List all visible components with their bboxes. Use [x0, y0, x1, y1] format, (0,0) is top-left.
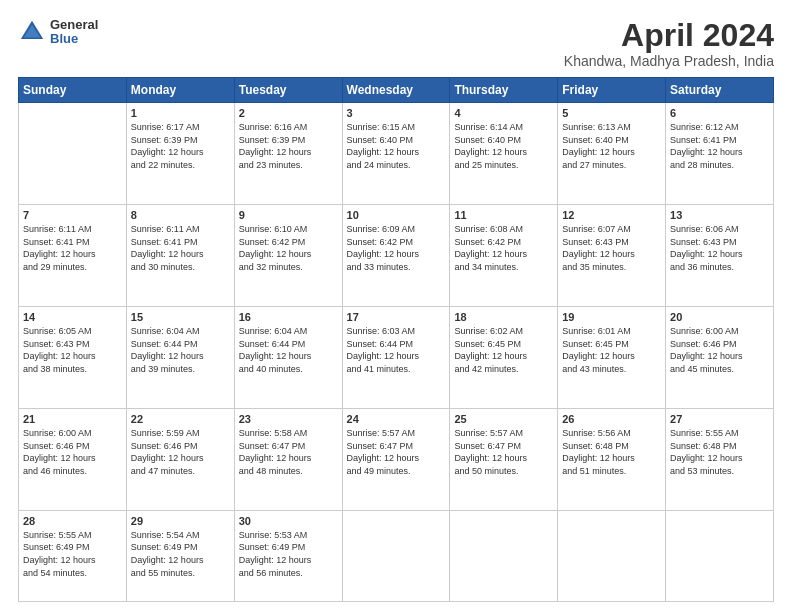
day-info: Sunrise: 5:58 AM Sunset: 6:47 PM Dayligh… — [239, 427, 338, 477]
calendar-week-row: 28Sunrise: 5:55 AM Sunset: 6:49 PM Dayli… — [19, 510, 774, 601]
calendar-cell: 20Sunrise: 6:00 AM Sunset: 6:46 PM Dayli… — [666, 307, 774, 409]
day-number: 20 — [670, 311, 769, 323]
calendar-cell: 9Sunrise: 6:10 AM Sunset: 6:42 PM Daylig… — [234, 205, 342, 307]
calendar-weekday-friday: Friday — [558, 78, 666, 103]
calendar-cell — [19, 103, 127, 205]
calendar-cell: 25Sunrise: 5:57 AM Sunset: 6:47 PM Dayli… — [450, 408, 558, 510]
day-number: 7 — [23, 209, 122, 221]
day-number: 17 — [347, 311, 446, 323]
day-info: Sunrise: 6:00 AM Sunset: 6:46 PM Dayligh… — [23, 427, 122, 477]
day-number: 3 — [347, 107, 446, 119]
calendar-cell: 7Sunrise: 6:11 AM Sunset: 6:41 PM Daylig… — [19, 205, 127, 307]
day-info: Sunrise: 6:12 AM Sunset: 6:41 PM Dayligh… — [670, 121, 769, 171]
day-info: Sunrise: 6:16 AM Sunset: 6:39 PM Dayligh… — [239, 121, 338, 171]
day-info: Sunrise: 5:55 AM Sunset: 6:49 PM Dayligh… — [23, 529, 122, 579]
day-info: Sunrise: 6:17 AM Sunset: 6:39 PM Dayligh… — [131, 121, 230, 171]
day-number: 24 — [347, 413, 446, 425]
header: General Blue April 2024 Khandwa, Madhya … — [18, 18, 774, 69]
day-info: Sunrise: 6:10 AM Sunset: 6:42 PM Dayligh… — [239, 223, 338, 273]
day-number: 16 — [239, 311, 338, 323]
day-number: 21 — [23, 413, 122, 425]
day-number: 23 — [239, 413, 338, 425]
calendar-cell: 4Sunrise: 6:14 AM Sunset: 6:40 PM Daylig… — [450, 103, 558, 205]
logo-text: General Blue — [50, 18, 98, 47]
calendar-weekday-wednesday: Wednesday — [342, 78, 450, 103]
subtitle: Khandwa, Madhya Pradesh, India — [564, 53, 774, 69]
day-number: 27 — [670, 413, 769, 425]
calendar-weekday-tuesday: Tuesday — [234, 78, 342, 103]
logo-general: General — [50, 18, 98, 32]
calendar-cell: 16Sunrise: 6:04 AM Sunset: 6:44 PM Dayli… — [234, 307, 342, 409]
day-info: Sunrise: 5:57 AM Sunset: 6:47 PM Dayligh… — [454, 427, 553, 477]
calendar-cell: 1Sunrise: 6:17 AM Sunset: 6:39 PM Daylig… — [126, 103, 234, 205]
main-title: April 2024 — [564, 18, 774, 53]
calendar-cell: 17Sunrise: 6:03 AM Sunset: 6:44 PM Dayli… — [342, 307, 450, 409]
calendar-cell: 14Sunrise: 6:05 AM Sunset: 6:43 PM Dayli… — [19, 307, 127, 409]
day-info: Sunrise: 6:13 AM Sunset: 6:40 PM Dayligh… — [562, 121, 661, 171]
calendar-cell — [342, 510, 450, 601]
calendar-cell: 26Sunrise: 5:56 AM Sunset: 6:48 PM Dayli… — [558, 408, 666, 510]
calendar-cell — [558, 510, 666, 601]
calendar-cell: 13Sunrise: 6:06 AM Sunset: 6:43 PM Dayli… — [666, 205, 774, 307]
day-number: 25 — [454, 413, 553, 425]
day-number: 29 — [131, 515, 230, 527]
calendar-weekday-thursday: Thursday — [450, 78, 558, 103]
day-number: 13 — [670, 209, 769, 221]
day-info: Sunrise: 6:08 AM Sunset: 6:42 PM Dayligh… — [454, 223, 553, 273]
day-info: Sunrise: 6:05 AM Sunset: 6:43 PM Dayligh… — [23, 325, 122, 375]
day-info: Sunrise: 6:06 AM Sunset: 6:43 PM Dayligh… — [670, 223, 769, 273]
calendar-cell: 21Sunrise: 6:00 AM Sunset: 6:46 PM Dayli… — [19, 408, 127, 510]
calendar-cell: 28Sunrise: 5:55 AM Sunset: 6:49 PM Dayli… — [19, 510, 127, 601]
day-info: Sunrise: 6:00 AM Sunset: 6:46 PM Dayligh… — [670, 325, 769, 375]
title-block: April 2024 Khandwa, Madhya Pradesh, Indi… — [564, 18, 774, 69]
day-number: 18 — [454, 311, 553, 323]
day-number: 8 — [131, 209, 230, 221]
calendar-week-row: 1Sunrise: 6:17 AM Sunset: 6:39 PM Daylig… — [19, 103, 774, 205]
day-number: 4 — [454, 107, 553, 119]
calendar-cell: 6Sunrise: 6:12 AM Sunset: 6:41 PM Daylig… — [666, 103, 774, 205]
day-info: Sunrise: 6:11 AM Sunset: 6:41 PM Dayligh… — [131, 223, 230, 273]
day-number: 19 — [562, 311, 661, 323]
calendar-weekday-monday: Monday — [126, 78, 234, 103]
calendar-cell: 5Sunrise: 6:13 AM Sunset: 6:40 PM Daylig… — [558, 103, 666, 205]
day-number: 5 — [562, 107, 661, 119]
logo: General Blue — [18, 18, 98, 47]
day-number: 10 — [347, 209, 446, 221]
day-number: 12 — [562, 209, 661, 221]
day-info: Sunrise: 6:01 AM Sunset: 6:45 PM Dayligh… — [562, 325, 661, 375]
day-number: 26 — [562, 413, 661, 425]
calendar-cell: 3Sunrise: 6:15 AM Sunset: 6:40 PM Daylig… — [342, 103, 450, 205]
day-number: 15 — [131, 311, 230, 323]
day-info: Sunrise: 5:54 AM Sunset: 6:49 PM Dayligh… — [131, 529, 230, 579]
day-info: Sunrise: 6:04 AM Sunset: 6:44 PM Dayligh… — [239, 325, 338, 375]
day-number: 22 — [131, 413, 230, 425]
day-number: 28 — [23, 515, 122, 527]
day-info: Sunrise: 5:56 AM Sunset: 6:48 PM Dayligh… — [562, 427, 661, 477]
day-number: 9 — [239, 209, 338, 221]
calendar-week-row: 14Sunrise: 6:05 AM Sunset: 6:43 PM Dayli… — [19, 307, 774, 409]
calendar-cell: 11Sunrise: 6:08 AM Sunset: 6:42 PM Dayli… — [450, 205, 558, 307]
calendar-cell: 29Sunrise: 5:54 AM Sunset: 6:49 PM Dayli… — [126, 510, 234, 601]
day-number: 14 — [23, 311, 122, 323]
day-info: Sunrise: 6:03 AM Sunset: 6:44 PM Dayligh… — [347, 325, 446, 375]
calendar-cell: 15Sunrise: 6:04 AM Sunset: 6:44 PM Dayli… — [126, 307, 234, 409]
day-info: Sunrise: 6:07 AM Sunset: 6:43 PM Dayligh… — [562, 223, 661, 273]
calendar-header-row: SundayMondayTuesdayWednesdayThursdayFrid… — [19, 78, 774, 103]
calendar-cell: 19Sunrise: 6:01 AM Sunset: 6:45 PM Dayli… — [558, 307, 666, 409]
calendar-cell: 24Sunrise: 5:57 AM Sunset: 6:47 PM Dayli… — [342, 408, 450, 510]
day-info: Sunrise: 6:15 AM Sunset: 6:40 PM Dayligh… — [347, 121, 446, 171]
day-info: Sunrise: 6:02 AM Sunset: 6:45 PM Dayligh… — [454, 325, 553, 375]
calendar-cell: 30Sunrise: 5:53 AM Sunset: 6:49 PM Dayli… — [234, 510, 342, 601]
calendar-week-row: 7Sunrise: 6:11 AM Sunset: 6:41 PM Daylig… — [19, 205, 774, 307]
calendar-cell: 23Sunrise: 5:58 AM Sunset: 6:47 PM Dayli… — [234, 408, 342, 510]
day-info: Sunrise: 6:11 AM Sunset: 6:41 PM Dayligh… — [23, 223, 122, 273]
page: General Blue April 2024 Khandwa, Madhya … — [0, 0, 792, 612]
calendar-cell: 8Sunrise: 6:11 AM Sunset: 6:41 PM Daylig… — [126, 205, 234, 307]
day-info: Sunrise: 5:55 AM Sunset: 6:48 PM Dayligh… — [670, 427, 769, 477]
calendar-cell: 12Sunrise: 6:07 AM Sunset: 6:43 PM Dayli… — [558, 205, 666, 307]
day-number: 11 — [454, 209, 553, 221]
day-info: Sunrise: 6:09 AM Sunset: 6:42 PM Dayligh… — [347, 223, 446, 273]
day-number: 6 — [670, 107, 769, 119]
logo-blue: Blue — [50, 32, 98, 46]
day-info: Sunrise: 6:14 AM Sunset: 6:40 PM Dayligh… — [454, 121, 553, 171]
